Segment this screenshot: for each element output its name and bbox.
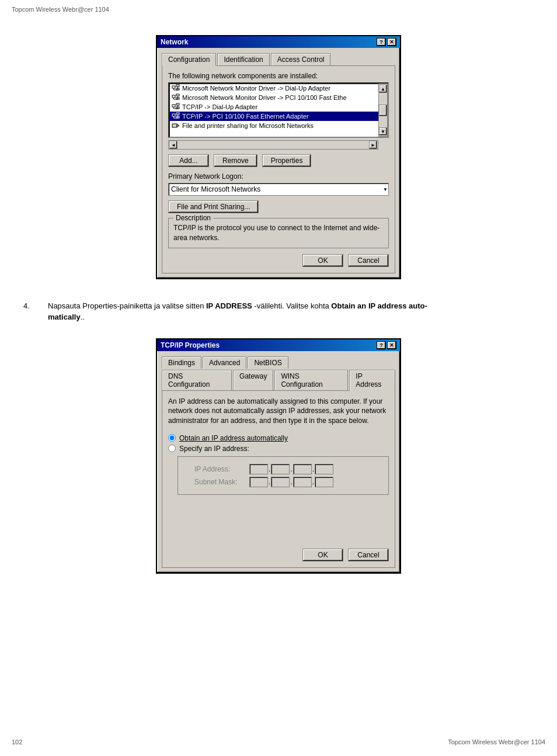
ip-seg2[interactable] bbox=[271, 464, 290, 474]
page-header: Topcom Wireless Webr@cer 1104 bbox=[12, 6, 109, 13]
action-buttons: Add... Remove Properties bbox=[168, 154, 389, 167]
step4-text: Napsauta Properties-painiketta ja valits… bbox=[48, 300, 427, 323]
tab-configuration[interactable]: Configuration bbox=[162, 53, 216, 66]
description-group-label: Description bbox=[173, 214, 213, 222]
subnet-seg3[interactable] bbox=[293, 477, 312, 487]
tab-bindings[interactable]: Bindings bbox=[162, 356, 201, 369]
file-sharing-wrapper: File and Print Sharing... bbox=[168, 200, 389, 213]
svg-rect-0 bbox=[172, 86, 175, 88]
radio-specify-label: Specify an IP address: bbox=[179, 445, 249, 453]
network-title-bar: Network ? ✕ bbox=[157, 36, 400, 48]
subnet-mask-input: . . . bbox=[249, 477, 333, 487]
tab-gateway[interactable]: Gateway bbox=[233, 370, 273, 391]
tcp-close-button[interactable]: ✕ bbox=[387, 341, 396, 349]
scroll-right-arrow[interactable]: ► bbox=[369, 141, 377, 149]
logon-select[interactable]: Client for Microsoft Networks bbox=[168, 183, 389, 196]
net-icon-4 bbox=[172, 112, 180, 120]
title-buttons: ? ✕ bbox=[377, 38, 396, 46]
tcp-cancel-button[interactable]: Cancel bbox=[348, 549, 389, 561]
tab-netbios[interactable]: NetBIOS bbox=[248, 356, 288, 369]
add-button[interactable]: Add... bbox=[168, 154, 209, 167]
network-title-text: Network bbox=[161, 38, 188, 46]
net-icon-3 bbox=[172, 103, 180, 111]
tcp-dialog: TCP/IP Properties ? ✕ Bindings Advanced bbox=[156, 338, 401, 574]
scroll-up-arrow[interactable]: ▲ bbox=[379, 85, 387, 93]
properties-button[interactable]: Properties bbox=[262, 154, 312, 167]
scroll-down-arrow[interactable]: ▼ bbox=[379, 127, 387, 136]
step4-row: 4. Napsauta Properties-painiketta ja val… bbox=[12, 300, 545, 323]
page-footer-right: Topcom Wireless Webr@cer 1104 bbox=[448, 738, 545, 745]
help-button[interactable]: ? bbox=[377, 38, 386, 46]
footer-brand: Topcom Wireless Webr@cer 1104 bbox=[448, 738, 545, 745]
network-tab-row: Configuration Identification Access Cont… bbox=[162, 53, 395, 65]
logon-label: Primary Network Logon: bbox=[168, 172, 389, 181]
subnet-seg4[interactable] bbox=[315, 477, 333, 487]
ok-button[interactable]: OK bbox=[302, 254, 343, 267]
tab-identification[interactable]: Identification bbox=[217, 53, 269, 66]
svg-rect-7 bbox=[176, 94, 179, 96]
scroll-left-arrow[interactable]: ◄ bbox=[169, 141, 177, 149]
svg-rect-18 bbox=[172, 114, 175, 116]
net-icon-1 bbox=[172, 84, 180, 92]
ip-address-input: . . . bbox=[249, 464, 333, 474]
ip-seg3[interactable] bbox=[293, 464, 312, 474]
network-dialog-body: Configuration Identification Access Cont… bbox=[157, 48, 400, 278]
tcp-tab-row2: DNS Configuration Gateway WINS Configura… bbox=[162, 369, 395, 390]
share-icon bbox=[172, 122, 180, 130]
svg-rect-1 bbox=[176, 85, 179, 86]
tcp-dialog-window: TCP/IP Properties ? ✕ Bindings Advanced bbox=[156, 338, 401, 574]
radio-specify[interactable] bbox=[168, 445, 176, 452]
header-text: Topcom Wireless Webr@cer 1104 bbox=[12, 6, 109, 13]
horizontal-scrollbar[interactable]: ◄ ► bbox=[168, 140, 378, 150]
ip-seg4[interactable] bbox=[315, 464, 333, 474]
file-sharing-button[interactable]: File and Print Sharing... bbox=[168, 200, 259, 213]
network-tab-content: The following network components are ins… bbox=[162, 65, 395, 273]
svg-marker-25 bbox=[177, 124, 179, 127]
tab-access-control[interactable]: Access Control bbox=[271, 53, 331, 66]
list-item[interactable]: Microsoft Network Monitor Driver -> PCI … bbox=[169, 93, 378, 102]
ip-address-row: IP Address: . . . bbox=[194, 464, 384, 474]
tcp-title-text: TCP/IP Properties bbox=[161, 341, 220, 349]
tcp-tab-row1: Bindings Advanced NetBIOS bbox=[162, 356, 395, 368]
list-item-selected[interactable]: TCP/IP -> PCI 10/100 Fast Ethernet Adapt… bbox=[169, 112, 378, 121]
radio-auto-label: Obtain an IP address automatically bbox=[179, 434, 288, 442]
scroll-thumb[interactable] bbox=[379, 105, 387, 116]
tab-ip-address[interactable]: IP Address bbox=[349, 370, 395, 391]
tcp-tab-content: An IP address can be automatically assig… bbox=[162, 390, 395, 568]
list-item[interactable]: File and printer sharing for Microsoft N… bbox=[169, 121, 378, 130]
tcp-dialog-body: Bindings Advanced NetBIOS DNS Configurat… bbox=[157, 351, 400, 573]
page-footer-left: 102 bbox=[12, 738, 22, 745]
subnet-mask-row: Subnet Mask: . . . bbox=[194, 477, 384, 487]
tab-dns[interactable]: DNS Configuration bbox=[162, 370, 232, 391]
tab-wins[interactable]: WINS Configuration bbox=[274, 370, 348, 391]
radio-auto-row: Obtain an IP address automatically bbox=[168, 434, 389, 442]
ip-seg1[interactable] bbox=[249, 464, 268, 474]
svg-rect-6 bbox=[172, 95, 175, 98]
tcp-ok-cancel-row: OK Cancel bbox=[168, 549, 389, 561]
tcp-ok-button[interactable]: OK bbox=[302, 549, 343, 561]
page-number: 102 bbox=[12, 738, 22, 745]
svg-rect-13 bbox=[176, 103, 179, 105]
logon-select-wrapper: Client for Microsoft Networks ▼ bbox=[168, 183, 389, 196]
subnet-seg2[interactable] bbox=[271, 477, 290, 487]
ip-address-bold: IP ADDRESS bbox=[206, 301, 252, 310]
list-item[interactable]: TCP/IP -> Dial-Up Adapter bbox=[169, 102, 378, 112]
tab-advanced[interactable]: Advanced bbox=[203, 356, 246, 369]
description-group: Description TCP/IP is the protocol you u… bbox=[168, 218, 389, 248]
tcp-help-button[interactable]: ? bbox=[377, 341, 386, 349]
network-listbox[interactable]: Microsoft Network Monitor Driver -> Dial… bbox=[168, 82, 389, 138]
scroll-track-h bbox=[177, 141, 369, 149]
list-item[interactable]: Microsoft Network Monitor Driver -> Dial… bbox=[169, 84, 378, 93]
remove-button[interactable]: Remove bbox=[214, 154, 257, 167]
step-number: 4. bbox=[23, 300, 41, 310]
radio-auto[interactable] bbox=[168, 434, 176, 442]
tcp-description: An IP address can be automatically assig… bbox=[168, 397, 389, 426]
svg-rect-24 bbox=[172, 124, 177, 127]
cancel-button[interactable]: Cancel bbox=[348, 254, 389, 267]
vertical-scrollbar[interactable]: ▲ ▼ bbox=[378, 84, 388, 137]
svg-rect-12 bbox=[172, 105, 175, 107]
tcp-title-buttons: ? ✕ bbox=[377, 341, 396, 349]
subnet-mask-label: Subnet Mask: bbox=[194, 478, 247, 486]
close-button[interactable]: ✕ bbox=[387, 38, 396, 46]
subnet-seg1[interactable] bbox=[249, 477, 268, 487]
